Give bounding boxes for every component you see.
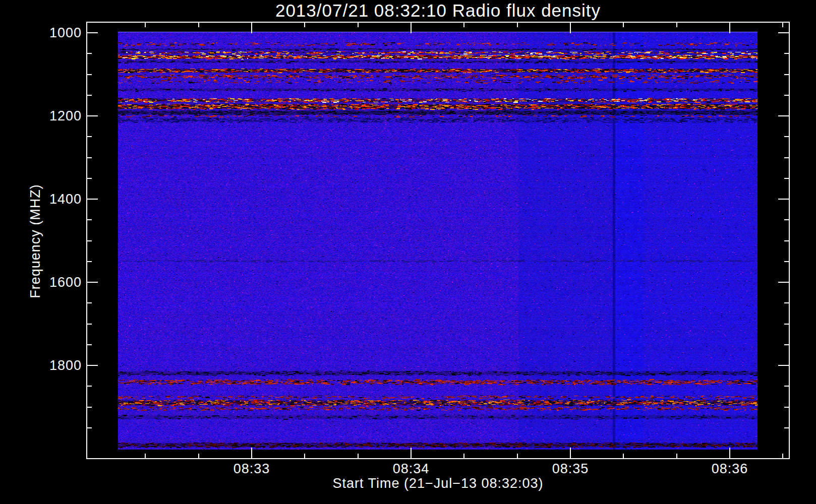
x-minor-tick-top bbox=[358, 22, 359, 27]
y-minor-tick-right bbox=[784, 53, 790, 54]
y-minor-tick bbox=[86, 157, 92, 158]
y-minor-tick bbox=[86, 95, 92, 96]
y-minor-tick bbox=[86, 407, 92, 408]
x-minor-tick-top bbox=[782, 22, 783, 27]
y-minor-tick-right bbox=[784, 302, 790, 303]
x-minor-tick-top bbox=[198, 22, 199, 27]
y-minor-tick-right bbox=[784, 427, 790, 428]
y-minor-tick-right bbox=[784, 95, 790, 96]
y-axis-label: Frequency (MHZ) bbox=[28, 166, 43, 317]
y-major-tick-right bbox=[778, 365, 790, 366]
x-major-tick bbox=[570, 448, 571, 459]
x-minor-tick bbox=[304, 454, 305, 459]
y-minor-tick-right bbox=[784, 74, 790, 75]
x-minor-tick bbox=[463, 454, 464, 459]
chart-title: 2013/07/21 08:32:10 Radio flux density bbox=[86, 1, 790, 21]
y-major-tick bbox=[86, 115, 98, 116]
y-minor-tick-right bbox=[784, 240, 790, 241]
x-minor-tick bbox=[782, 454, 783, 459]
y-major-tick bbox=[86, 365, 98, 366]
x-minor-tick-top bbox=[517, 22, 518, 27]
x-minor-tick bbox=[358, 454, 359, 459]
y-major-tick bbox=[86, 199, 98, 200]
y-minor-tick bbox=[86, 386, 92, 387]
x-tick-label: 08:34 bbox=[376, 461, 446, 477]
y-tick-label: 1800 bbox=[31, 358, 82, 373]
x-major-tick-top bbox=[251, 22, 252, 33]
x-major-tick-top bbox=[411, 22, 412, 33]
y-minor-tick bbox=[86, 136, 92, 137]
x-major-tick-top bbox=[729, 22, 730, 33]
y-minor-tick bbox=[86, 261, 92, 262]
y-minor-tick-right bbox=[784, 407, 790, 408]
x-minor-tick bbox=[623, 454, 624, 459]
x-minor-tick-top bbox=[145, 22, 146, 27]
x-major-tick bbox=[251, 448, 252, 459]
y-minor-tick bbox=[86, 240, 92, 241]
x-minor-tick-top bbox=[463, 22, 464, 27]
x-minor-tick bbox=[145, 454, 146, 459]
y-minor-tick bbox=[86, 219, 92, 220]
y-minor-tick-right bbox=[784, 178, 790, 179]
y-minor-tick bbox=[86, 324, 92, 325]
y-tick-label: 1000 bbox=[31, 25, 82, 41]
x-tick-label: 08:33 bbox=[216, 461, 287, 477]
y-major-tick bbox=[86, 32, 98, 33]
y-major-tick-right bbox=[778, 199, 790, 200]
x-minor-tick-top bbox=[623, 22, 624, 27]
y-minor-tick-right bbox=[784, 219, 790, 220]
y-minor-tick bbox=[86, 344, 92, 345]
x-major-tick-top bbox=[570, 22, 571, 33]
y-minor-tick-right bbox=[784, 324, 790, 325]
y-minor-tick-right bbox=[784, 136, 790, 137]
y-minor-tick-right bbox=[784, 157, 790, 158]
x-minor-tick-top bbox=[676, 22, 677, 27]
x-tick-label: 08:35 bbox=[535, 461, 606, 477]
y-major-tick-right bbox=[778, 115, 790, 116]
x-axis-label: Start Time (21−Jul−13 08:32:03) bbox=[86, 476, 790, 491]
y-minor-tick-right bbox=[784, 261, 790, 262]
y-tick-label: 1200 bbox=[31, 108, 82, 124]
x-tick-label: 08:36 bbox=[694, 461, 765, 477]
x-minor-tick bbox=[198, 454, 199, 459]
y-minor-tick bbox=[86, 302, 92, 303]
x-minor-tick bbox=[517, 454, 518, 459]
y-minor-tick bbox=[86, 53, 92, 54]
y-minor-tick-right bbox=[784, 386, 790, 387]
x-minor-tick-top bbox=[304, 22, 305, 27]
y-major-tick bbox=[86, 282, 98, 283]
y-minor-tick bbox=[86, 427, 92, 428]
spectrogram-image bbox=[118, 32, 757, 450]
y-major-tick-right bbox=[778, 32, 790, 33]
x-major-tick bbox=[729, 448, 730, 459]
y-minor-tick bbox=[86, 74, 92, 75]
y-minor-tick bbox=[86, 178, 92, 179]
radio-spectrogram-figure: 2013/07/21 08:32:10 Radio flux density 0… bbox=[0, 0, 816, 504]
x-minor-tick bbox=[676, 454, 677, 459]
x-major-tick bbox=[411, 448, 412, 459]
y-minor-tick-right bbox=[784, 344, 790, 345]
y-major-tick-right bbox=[778, 282, 790, 283]
